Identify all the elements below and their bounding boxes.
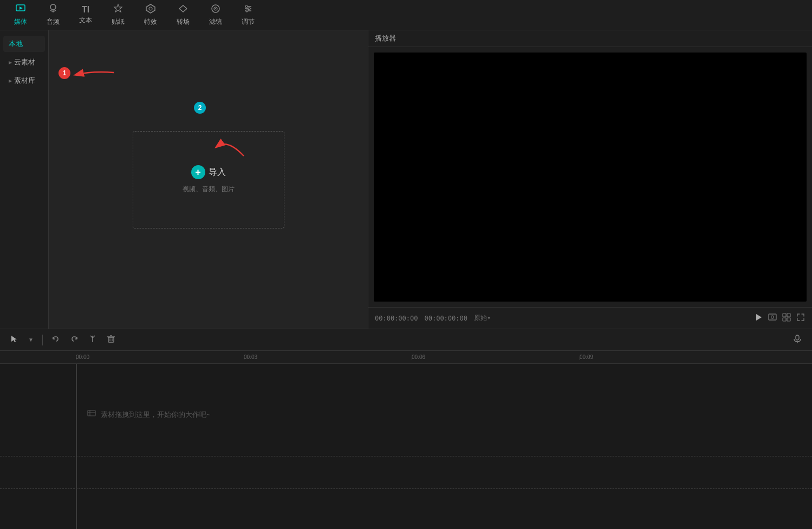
audio-icon — [48, 3, 59, 16]
timeline-toolbar: ▼ — [0, 329, 812, 351]
sidebar-cloud-label: 云素材 — [14, 57, 35, 67]
select-tool-button[interactable] — [7, 332, 22, 348]
toolbar-text[interactable]: TI 文本 — [69, 2, 102, 29]
toolbar-transition[interactable]: 转场 — [167, 2, 199, 29]
sidebar-item-local[interactable]: 本地 — [3, 36, 45, 52]
timeline-right-controls — [789, 332, 805, 348]
effects-icon — [145, 3, 156, 16]
cloud-arrow-icon: ▶ — [9, 60, 12, 65]
resolution-selector[interactable]: 原始▾ — [474, 314, 491, 323]
top-toolbar: 媒体 音频 TI 文本 贴纸 特效 — [0, 0, 812, 30]
select-dropdown-button[interactable]: ▼ — [25, 335, 37, 345]
timeline-tracks: 素材拖拽到这里，开始你的大作吧~ — [0, 364, 812, 529]
player-screenshot-icon[interactable] — [768, 312, 777, 324]
toolbar-filter[interactable]: 滤镜 — [199, 2, 232, 29]
toolbar-media-label: 媒体 — [14, 17, 27, 27]
ruler-mark-3: 00:09 — [580, 354, 593, 360]
toolbar-filter-label: 滤镜 — [209, 17, 222, 27]
toolbar-media[interactable]: 媒体 — [4, 2, 37, 29]
svg-point-18 — [771, 316, 774, 318]
player-screen — [374, 53, 807, 302]
svg-marker-4 — [146, 4, 155, 13]
import-plus-icon: + — [191, 165, 205, 179]
delete-button[interactable] — [103, 332, 119, 348]
filter-icon — [210, 3, 221, 16]
toolbar-divider-1 — [42, 335, 43, 345]
library-arrow-icon: ▶ — [9, 79, 12, 83]
import-box[interactable]: + 导入 视频、音频、图片 — [133, 131, 284, 228]
playhead — [76, 364, 77, 529]
svg-rect-26 — [108, 337, 114, 342]
toolbar-effects[interactable]: 特效 — [134, 2, 167, 29]
toolbar-text-label: 文本 — [79, 16, 92, 25]
svg-rect-33 — [88, 410, 95, 416]
ruler-mark-2: 00:06 — [412, 354, 425, 360]
toolbar-audio-label: 音频 — [47, 17, 60, 27]
svg-rect-21 — [783, 318, 786, 321]
mic-button[interactable] — [789, 332, 805, 348]
left-panel: 本地 ▶ 云素材 ▶ 素材库 + 导入 视频、音频、图片 1 — [0, 30, 368, 329]
svg-point-2 — [50, 4, 56, 10]
svg-rect-22 — [787, 318, 790, 321]
timeline-ruler: 00:00 00:03 00:06 00:09 — [0, 351, 812, 364]
player-fullscreen-icon[interactable] — [796, 312, 805, 324]
import-button[interactable]: + 导入 — [191, 165, 226, 179]
sidebar-item-library[interactable]: ▶ 素材库 — [3, 73, 45, 89]
player-header: 播放器 — [368, 30, 812, 47]
sidebar-item-cloud[interactable]: ▶ 云素材 — [3, 54, 45, 70]
player-time-total: 00:00:00:00 — [424, 315, 467, 322]
drop-hint: 素材拖拽到这里，开始你的大作吧~ — [87, 409, 211, 421]
svg-rect-17 — [769, 314, 776, 320]
undo-button[interactable] — [48, 332, 63, 348]
sticker-icon — [113, 3, 124, 16]
annotation-badge-2: 2 — [194, 102, 206, 114]
svg-rect-31 — [796, 335, 799, 340]
transition-icon — [178, 3, 189, 16]
ruler-mark-1: 00:03 — [244, 354, 257, 360]
svg-marker-16 — [756, 314, 762, 321]
svg-marker-1 — [20, 6, 23, 10]
toolbar-audio[interactable]: 音频 — [37, 2, 69, 29]
toolbar-adjust-label: 调节 — [242, 17, 255, 27]
svg-rect-20 — [787, 314, 790, 317]
player-title: 播放器 — [375, 34, 396, 42]
svg-point-13 — [248, 8, 250, 10]
sidebar: 本地 ▶ 云素材 ▶ 素材库 — [0, 30, 49, 329]
sidebar-local-label: 本地 — [9, 39, 23, 49]
toolbar-adjust[interactable]: 调节 — [232, 2, 264, 29]
toolbar-effects-label: 特效 — [144, 17, 157, 27]
drop-hint-icon — [87, 409, 96, 421]
redo-button[interactable] — [67, 332, 82, 348]
player-panel: 播放器 00:00:00:00 00:00:00:00 原始▾ — [368, 30, 812, 329]
svg-point-14 — [246, 10, 248, 12]
toolbar-sticker[interactable]: 贴纸 — [102, 2, 134, 29]
track-line-2 — [0, 488, 812, 489]
annotation-badge-1: 1 — [59, 67, 70, 79]
svg-point-5 — [149, 7, 152, 10]
text-icon: TI — [82, 5, 89, 14]
toolbar-transition-label: 转场 — [177, 17, 190, 27]
adjust-icon — [243, 3, 254, 16]
main-area: 本地 ▶ 云素材 ▶ 素材库 + 导入 视频、音频、图片 1 — [0, 30, 812, 329]
player-time-current: 00:00:00:00 — [375, 315, 418, 322]
svg-point-8 — [215, 8, 216, 9]
player-grid-icon[interactable] — [782, 312, 791, 324]
drop-hint-text: 素材拖拽到这里，开始你的大作吧~ — [101, 410, 211, 420]
import-label: 导入 — [209, 167, 226, 178]
split-button[interactable] — [85, 332, 100, 348]
media-content: + 导入 视频、音频、图片 1 2 — [49, 30, 368, 329]
timeline-area: ▼ — [0, 329, 812, 529]
sidebar-library-label: 素材库 — [14, 76, 35, 86]
player-play-button[interactable] — [753, 312, 763, 324]
media-icon — [15, 3, 26, 16]
toolbar-sticker-label: 贴纸 — [112, 17, 125, 27]
ruler-mark-0: 00:00 — [76, 354, 89, 360]
svg-rect-19 — [783, 314, 786, 317]
svg-point-12 — [245, 5, 248, 8]
player-controls: 00:00:00:00 00:00:00:00 原始▾ — [368, 307, 812, 329]
track-line-1 — [0, 456, 812, 456]
player-right-controls — [753, 312, 805, 324]
import-sublabel: 视频、音频、图片 — [183, 185, 235, 194]
